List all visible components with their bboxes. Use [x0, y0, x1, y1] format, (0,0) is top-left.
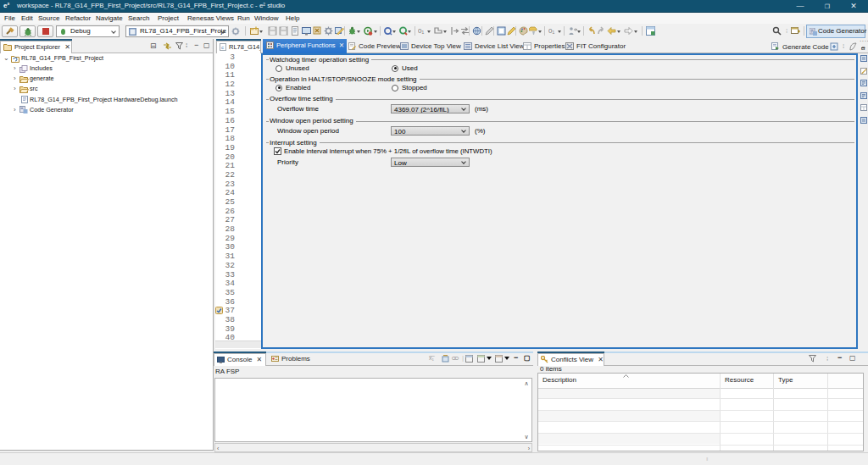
svg-text:0₁: 0₁	[418, 27, 424, 35]
svg-text:0₁: 0₁	[548, 27, 554, 35]
svg-text:c: c	[221, 45, 224, 50]
